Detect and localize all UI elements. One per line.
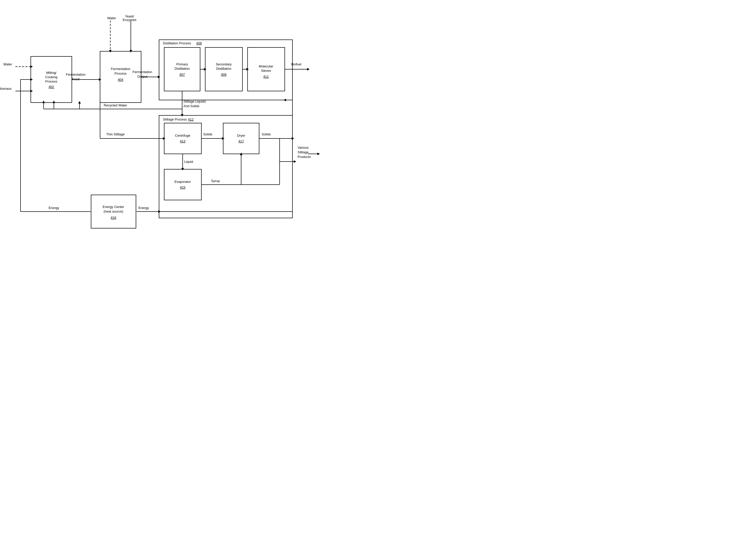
fermentation-process-label1: Fermentation [111,67,131,71]
yeast-label1: Yeast/ [125,15,134,18]
dryer-label: Dryer [237,134,245,137]
yeast-label2: Enzymes [123,18,136,22]
primary-distillation-label2: Distillation [174,67,190,71]
evaporator-box [164,169,201,200]
solids-label2: Solids [262,132,271,136]
fermentation-process-label2: Process [115,72,127,75]
centrifuge-label: Centrifuge [175,134,190,137]
thin-stillage-label: Thin Stillage [106,132,125,136]
water-dashed-label: Water [3,62,12,66]
stillage-outer-label: Stillage Process [163,118,187,121]
recycled-water-arrow2 [78,101,81,104]
stillage-liquids-label1: Stillage Liquids [183,100,206,103]
milling-number: 402 [49,85,54,89]
fermentation-output-label1: Fermentation [133,70,152,74]
fermentation-feed-label2: Feed [72,77,79,81]
various-stillage-label2: Stillage [298,150,309,154]
energy-center-label1: Energy Center [103,205,124,209]
water-top-label: Water [107,16,116,20]
milling-label2: Cooking [45,75,57,79]
solids-label1: Solids [203,132,212,136]
stillage-outer-number: 412 [188,118,194,121]
various-stillage-arrow [294,160,296,163]
syrup-label: Syrup [211,179,220,183]
milling-label3: Process [45,79,57,83]
evaporator-label: Evaporator [174,180,191,184]
primary-distillation-number: 407 [179,73,185,76]
distillation-outer-label: Distillation Process [163,41,191,45]
molecular-sieves-label1: Molecular [259,65,274,68]
biofuel-arrow [307,68,310,71]
secondary-distillation-label2: Distillation [216,67,231,71]
fermentation-feed-label1: Fermentation [66,73,86,76]
energy-label1: Energy [49,206,59,210]
molecular-sieves-number: 411 [263,75,269,78]
fermentation-process-box [100,51,141,103]
recycled-water-label: Recycled Water [104,103,127,107]
biofuel-label: Biofuel [291,62,301,66]
molecular-sieves-label2: Sieves [261,69,271,73]
dryer-box [223,123,259,154]
energy-label2: Energy [138,206,149,210]
diagram-container: Milling/ Cooking Process 402 Fermentatio… [0,0,328,246]
various-stillage-out-arrow [317,153,320,155]
various-stillage-label3: Products [298,155,311,159]
evaporator-number: 415 [180,185,185,189]
centrifuge-number: 413 [180,139,185,143]
dryer-number: 417 [238,139,244,143]
secondary-distillation-label1: Secondary [216,62,232,66]
distillation-outer-number: 406 [196,41,202,45]
liquid-label: Liquid [184,160,193,163]
fermentation-output-label2: Output [137,75,147,78]
secondary-distillation-number: 409 [221,73,227,76]
energy-center-number: 418 [110,215,116,220]
milling-label: Milling/ [46,71,57,75]
primary-distillation-label1: Primary [176,62,188,66]
energy-mol-arrow [283,99,286,101]
biomass-label: Biomass [0,87,11,91]
stillage-liquids-label2: And Solids [183,104,200,108]
solids-dryer-arrow [292,137,294,140]
fermentation-process-number: 404 [118,78,123,81]
centrifuge-box [164,123,201,154]
energy-center-label2: (heat source) [104,209,123,213]
various-stillage-label1: Various [298,146,309,150]
